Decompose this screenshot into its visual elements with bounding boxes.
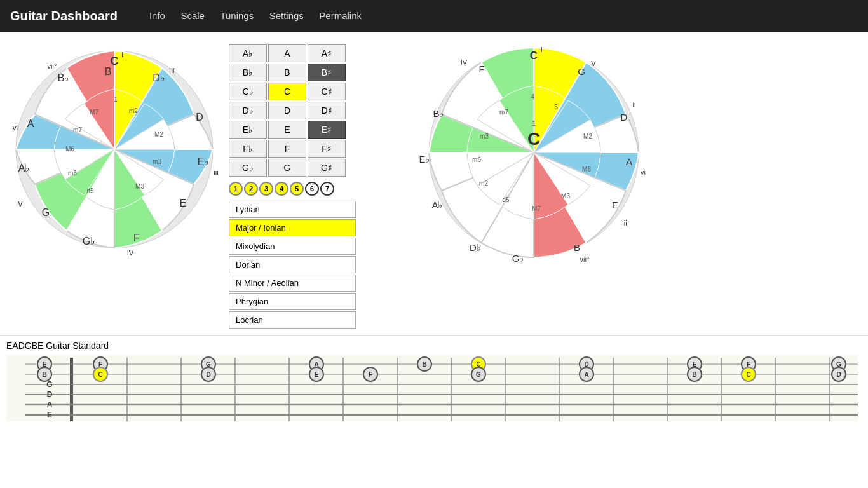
note-cell[interactable]: F — [268, 140, 306, 158]
svg-text:1: 1 — [114, 96, 118, 103]
svg-text:D♭: D♭ — [153, 72, 165, 83]
svg-text:E: E — [180, 198, 187, 208]
nav-info[interactable]: Info — [149, 10, 165, 21]
svg-text:m7: m7 — [499, 109, 508, 116]
svg-text:A: A — [584, 371, 588, 378]
note-cell[interactable]: D♭ — [229, 102, 267, 119]
svg-text:C: C — [98, 371, 102, 378]
note-cell[interactable]: B — [268, 64, 306, 81]
svg-text:iii: iii — [214, 168, 218, 176]
svg-text:F: F — [133, 233, 140, 243]
note-cell[interactable]: B♯ — [308, 64, 346, 81]
main-content: Chromatic — [0, 32, 868, 335]
svg-text:E: E — [315, 371, 319, 378]
svg-text:vi: vi — [641, 168, 646, 176]
nav-scale[interactable]: Scale — [180, 10, 205, 21]
note-cell[interactable]: C — [268, 83, 306, 100]
svg-text:m6: m6 — [472, 156, 481, 163]
svg-text:B: B — [692, 371, 696, 378]
svg-text:IV: IV — [461, 58, 468, 66]
svg-text:B: B — [574, 242, 580, 253]
note-cell[interactable]: A♯ — [308, 44, 346, 62]
note-cell[interactable]: E — [268, 121, 306, 139]
note-cell[interactable]: G♯ — [308, 159, 346, 177]
degree-5[interactable]: 5 — [290, 182, 304, 196]
note-cell[interactable]: G — [268, 159, 306, 177]
svg-text:C: C — [111, 55, 119, 67]
svg-text:m6: m6 — [68, 170, 77, 177]
note-cell[interactable]: D♯ — [308, 102, 346, 119]
svg-text:vii°: vii° — [580, 255, 590, 263]
svg-text:A: A — [47, 400, 53, 409]
degree-circles: 1 2 3 4 5 6 7 — [229, 182, 356, 196]
note-cell[interactable]: B♭ — [229, 64, 267, 81]
nav: Info Scale Tunings Settings Permalink — [149, 10, 362, 22]
nav-settings[interactable]: Settings — [269, 10, 304, 21]
note-cell[interactable]: A — [268, 44, 306, 62]
svg-text:m3: m3 — [153, 158, 161, 165]
svg-text:V: V — [18, 200, 23, 208]
svg-text:A: A — [626, 156, 632, 167]
svg-text:F: F — [478, 64, 484, 74]
svg-text:m3: m3 — [480, 133, 489, 140]
note-cell[interactable]: C♭ — [229, 83, 267, 100]
svg-text:m7: m7 — [73, 126, 82, 133]
svg-text:G: G — [46, 380, 52, 389]
svg-text:E: E — [47, 410, 52, 419]
svg-text:M7: M7 — [90, 109, 98, 116]
app-title: Guitar Dashboard — [10, 9, 118, 24]
svg-text:vi: vi — [13, 124, 18, 132]
svg-text:I: I — [540, 46, 542, 53]
note-cell[interactable]: E♯ — [308, 121, 346, 139]
svg-text:m2: m2 — [479, 180, 488, 187]
svg-text:D: D — [196, 112, 203, 123]
nav-tunings[interactable]: Tunings — [220, 10, 254, 21]
svg-text:A♭: A♭ — [18, 163, 31, 173]
svg-text:ii: ii — [633, 100, 636, 108]
svg-text:D: D — [206, 371, 210, 378]
fretboard-svg: E B G D A E E F G A B C — [6, 355, 858, 421]
note-cell[interactable]: F♭ — [229, 140, 267, 158]
svg-text:M6: M6 — [582, 166, 591, 173]
svg-text:B♭: B♭ — [433, 108, 444, 119]
mode-aeolian[interactable]: N Minor / Aeolian — [229, 274, 356, 292]
nav-permalink[interactable]: Permalink — [319, 10, 362, 21]
svg-text:G: G — [42, 207, 50, 218]
svg-text:B♭: B♭ — [58, 72, 70, 83]
mode-mixolydian[interactable]: Mixolydian — [229, 238, 356, 255]
mode-phrygian[interactable]: Phrygian — [229, 293, 356, 310]
svg-text:iii: iii — [622, 219, 627, 227]
svg-text:D: D — [621, 112, 628, 123]
svg-text:d5: d5 — [502, 196, 510, 203]
header: Guitar Dashboard Info Scale Tunings Sett… — [0, 0, 868, 32]
degree-6[interactable]: 6 — [305, 182, 319, 196]
svg-text:M2: M2 — [583, 133, 592, 140]
note-cell[interactable]: D — [268, 102, 306, 119]
svg-text:5: 5 — [554, 104, 558, 111]
mode-dorian[interactable]: Dorian — [229, 256, 356, 273]
circle-of-fifths: Circle of Fifths — [400, 38, 616, 254]
mode-major[interactable]: Major / Ionian — [229, 219, 356, 236]
degree-1[interactable]: 1 — [229, 182, 243, 196]
degree-2[interactable]: 2 — [244, 182, 258, 196]
note-grid[interactable]: A♭ A A♯ B♭ B B♯ C♭ C C♯ D♭ D D♯ E♭ E E♯ … — [229, 44, 356, 177]
mode-list: Lydian Major / Ionian Mixolydian Dorian … — [229, 201, 356, 329]
mode-lydian[interactable]: Lydian — [229, 201, 356, 218]
svg-text:D: D — [47, 390, 53, 399]
note-cell[interactable]: C♯ — [308, 83, 346, 100]
mode-locrian[interactable]: Locrian — [229, 311, 356, 329]
degree-3[interactable]: 3 — [259, 182, 273, 196]
note-cell[interactable]: A♭ — [229, 44, 267, 62]
svg-text:E♭: E♭ — [419, 154, 430, 165]
svg-text:I: I — [121, 51, 123, 58]
degree-7[interactable]: 7 — [320, 182, 334, 196]
svg-text:vii°: vii° — [48, 62, 57, 70]
note-cell[interactable]: G♭ — [229, 159, 267, 177]
note-cell[interactable]: E♭ — [229, 121, 267, 139]
svg-text:A♭: A♭ — [431, 200, 442, 210]
svg-text:A: A — [27, 118, 34, 129]
svg-text:E♭: E♭ — [198, 156, 210, 167]
degree-4[interactable]: 4 — [275, 182, 288, 196]
svg-text:B: B — [42, 371, 46, 378]
note-cell[interactable]: F♯ — [308, 140, 346, 158]
